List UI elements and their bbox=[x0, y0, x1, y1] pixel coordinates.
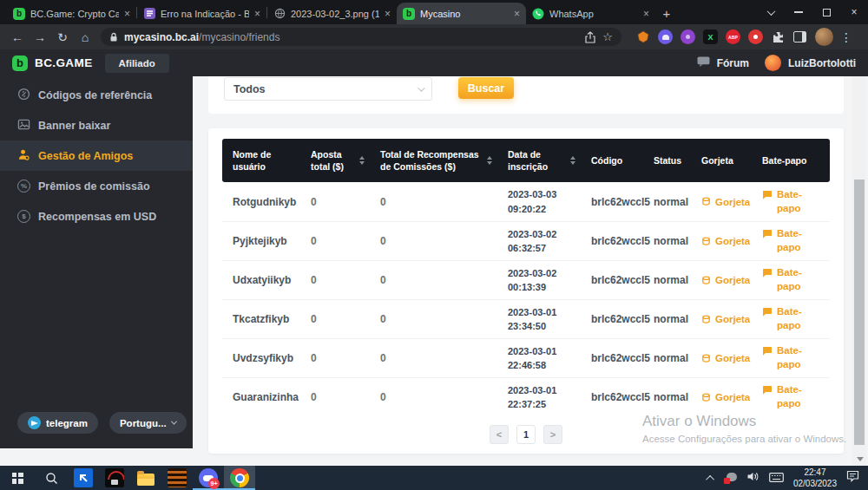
side-panel-icon[interactable] bbox=[793, 31, 806, 42]
language-selector[interactable]: Portugu... bbox=[109, 412, 187, 434]
user-name[interactable]: LuizBortolotti bbox=[788, 57, 856, 69]
tab-image-png[interactable]: 2023-03-02_3.png (1024×76 × bbox=[267, 3, 397, 24]
batepapo-link[interactable]: Bate-papo bbox=[762, 188, 830, 215]
taskbar-search-button[interactable] bbox=[35, 466, 68, 490]
gorjeta-link[interactable]: Gorjeta bbox=[701, 314, 752, 324]
gorjeta-link[interactable]: Gorjeta bbox=[701, 392, 752, 402]
col-aposta[interactable]: Aposta total ($) bbox=[300, 148, 370, 173]
taskbar-app-game[interactable] bbox=[99, 466, 130, 490]
start-button[interactable] bbox=[0, 466, 35, 490]
address-bar[interactable]: mycasino.bc.ai/mycasino/friends ☆ bbox=[101, 28, 621, 46]
current-page[interactable]: 1 bbox=[516, 425, 536, 444]
sort-icon[interactable] bbox=[487, 156, 492, 165]
sort-icon[interactable] bbox=[570, 156, 575, 165]
taskbar-discord[interactable]: 9+ bbox=[193, 466, 224, 490]
filter-select[interactable]: Todos bbox=[224, 77, 432, 101]
sidebar-item-gestao-amigos[interactable]: Gestão de Amigos bbox=[0, 140, 193, 171]
purple-extension-icon[interactable] bbox=[681, 29, 695, 44]
hidden-icons-chevron[interactable] bbox=[706, 474, 714, 483]
close-window-button[interactable]: × bbox=[840, 0, 868, 24]
touch-keyboard-icon[interactable] bbox=[769, 470, 784, 486]
share-icon[interactable] bbox=[584, 31, 596, 43]
notification-badge: 9+ bbox=[208, 478, 220, 489]
tab-close-icon[interactable]: × bbox=[514, 8, 520, 20]
bcgame-logo[interactable]: b bbox=[12, 56, 28, 71]
tab-close-icon[interactable]: × bbox=[385, 8, 391, 20]
telegram-icon bbox=[28, 416, 41, 429]
prev-page-button[interactable]: < bbox=[490, 425, 509, 444]
puzzle-extensions-icon[interactable] bbox=[771, 29, 786, 44]
afiliado-button[interactable]: Afiliado bbox=[105, 54, 169, 73]
chevron-down-icon bbox=[418, 84, 424, 91]
table-row: Guaranizinha 0 0 2023-03-01 22:37:25 brl… bbox=[222, 377, 830, 416]
batepapo-link[interactable]: Bate-papo bbox=[762, 383, 830, 410]
next-page-button[interactable]: > bbox=[543, 425, 562, 444]
browser-tabstrip: b BC.Game: Crypto Casino Gam × Erro na I… bbox=[0, 0, 868, 24]
batepapo-link[interactable]: Bate-papo bbox=[762, 305, 830, 332]
taskbar-clock[interactable]: 22:47 02/03/2023 bbox=[793, 467, 837, 489]
tab-close-icon[interactable]: × bbox=[124, 8, 130, 20]
sidebar-item-premios[interactable]: % Prêmios de comissão bbox=[0, 171, 193, 201]
cell-comissoes: 0 bbox=[370, 274, 497, 286]
sidebar-item-recompensas[interactable]: $ Recompensas em USD bbox=[0, 201, 193, 232]
gorjeta-link[interactable]: Gorjeta bbox=[701, 353, 752, 363]
telegram-button[interactable]: telegram bbox=[17, 412, 98, 434]
maximize-button[interactable] bbox=[812, 0, 840, 24]
filter-card: Todos Buscar bbox=[208, 76, 844, 114]
brand-text[interactable]: BC.GAME bbox=[35, 56, 93, 69]
cell-username: Tkcatzfikyb bbox=[222, 313, 300, 325]
minimize-button[interactable] bbox=[785, 0, 812, 24]
sort-icon[interactable] bbox=[359, 156, 365, 165]
scrollbar-track[interactable] bbox=[852, 76, 866, 466]
volume-icon[interactable] bbox=[746, 470, 760, 486]
user-avatar[interactable] bbox=[765, 55, 781, 71]
scrollbar-thumb[interactable] bbox=[854, 180, 865, 445]
gorjeta-link[interactable]: Gorjeta bbox=[701, 236, 752, 246]
back-icon[interactable]: ← bbox=[7, 30, 28, 44]
wallet-extension-icon[interactable] bbox=[658, 29, 673, 44]
reload-icon[interactable]: ↻ bbox=[52, 30, 73, 44]
scroll-down-arrow[interactable] bbox=[857, 457, 864, 461]
tab-search-chevron-icon[interactable] bbox=[757, 0, 785, 24]
tab-whatsapp[interactable]: WhatsApp × bbox=[526, 3, 655, 24]
tray-app-icon[interactable] bbox=[724, 473, 737, 484]
tab-erro-indicacao[interactable]: Erro na Indicação - BC.Game × bbox=[137, 3, 266, 24]
sidebar-item-codigos[interactable]: Códigos de referência bbox=[0, 80, 193, 110]
col-data[interactable]: Data de inscrição bbox=[497, 148, 581, 173]
menu-kebab-icon[interactable]: ⋮ bbox=[840, 30, 852, 44]
taskbar-app-remote[interactable] bbox=[68, 466, 99, 490]
x-extension-icon[interactable]: X bbox=[703, 29, 718, 44]
gorjeta-link[interactable]: Gorjeta bbox=[701, 275, 752, 285]
forward-icon[interactable]: → bbox=[30, 30, 50, 44]
cell-codigo: brlc62wccl5 bbox=[581, 352, 643, 364]
batepapo-link[interactable]: Bate-papo bbox=[762, 266, 830, 293]
tab-close-icon[interactable]: × bbox=[643, 8, 649, 20]
taskbar-file-explorer[interactable] bbox=[130, 466, 161, 490]
buscar-button[interactable]: Buscar bbox=[458, 77, 514, 99]
bookmark-star-icon[interactable]: ☆ bbox=[602, 30, 613, 43]
action-center-icon[interactable] bbox=[846, 470, 859, 486]
col-comissoes[interactable]: Total de Recompensas de Comissões ($) bbox=[370, 148, 497, 173]
adblock-plus-icon[interactable]: ABP bbox=[726, 29, 740, 44]
metamask-icon[interactable] bbox=[635, 29, 650, 44]
taskbar-chrome[interactable] bbox=[224, 466, 255, 490]
person-gear-icon bbox=[17, 148, 30, 164]
tab-close-icon[interactable]: × bbox=[254, 8, 260, 20]
table-row: Udxatyiikyb 0 0 2023-03-02 00:13:39 brlc… bbox=[222, 260, 830, 299]
sidebar-item-banner[interactable]: Banner baixar bbox=[0, 110, 193, 140]
new-tab-button[interactable]: + bbox=[655, 3, 678, 24]
gorjeta-link[interactable]: Gorjeta bbox=[701, 197, 752, 207]
windows-logo-icon bbox=[12, 473, 23, 484]
forum-link[interactable]: Fórum bbox=[717, 57, 749, 69]
chat-icon bbox=[762, 190, 773, 200]
home-icon[interactable]: ⌂ bbox=[75, 30, 95, 44]
taskbar-app-stripes[interactable] bbox=[161, 466, 193, 490]
cell-username: Udxatyiikyb bbox=[222, 274, 300, 286]
link-icon bbox=[17, 88, 30, 103]
batepapo-link[interactable]: Bate-papo bbox=[762, 344, 830, 371]
tab-bcgame[interactable]: b BC.Game: Crypto Casino Gam × bbox=[7, 3, 136, 24]
batepapo-link[interactable]: Bate-papo bbox=[762, 227, 830, 254]
tab-mycasino-active[interactable]: b Mycasino × bbox=[397, 3, 526, 24]
adblock-icon[interactable] bbox=[748, 29, 763, 44]
profile-avatar[interactable] bbox=[815, 28, 833, 46]
